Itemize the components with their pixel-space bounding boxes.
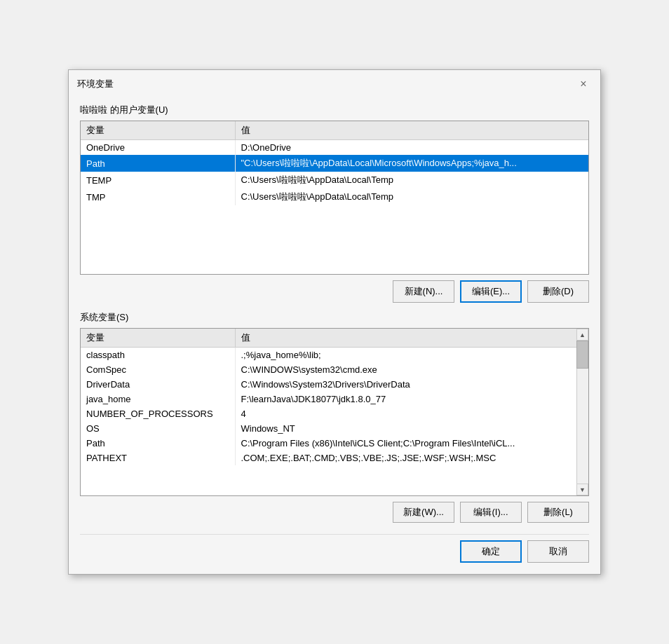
sys-table-content: 变量 值 classpath.;%java_home%\lib;ComSpecC… — [81, 329, 576, 465]
val-cell: 4 — [235, 406, 576, 421]
table-row[interactable]: ComSpecC:\WINDOWS\system32\cmd.exe — [81, 362, 576, 377]
var-cell: ComSpec — [81, 362, 235, 377]
sys-variables-section: 系统变量(S) 变量 值 — [80, 311, 589, 523]
sys-vars-table-container[interactable]: 变量 值 classpath.;%java_home%\lib;ComSpecC… — [80, 328, 589, 496]
sys-vars-col-val: 值 — [235, 329, 576, 348]
val-cell: C:\Windows\System32\Drivers\DriverData — [235, 377, 576, 392]
val-cell: Windows_NT — [235, 421, 576, 436]
table-row[interactable]: TEMPC:\Users\啦啦啦\AppData\Local\Temp — [81, 172, 588, 189]
table-row[interactable]: TMPC:\Users\啦啦啦\AppData\Local\Temp — [81, 189, 588, 205]
var-cell: NUMBER_OF_PROCESSORS — [81, 406, 235, 421]
table-row[interactable]: OSWindows_NT — [81, 421, 576, 436]
environment-variables-dialog: 环境变量 × 啦啦啦 的用户变量(U) 变量 值 — [68, 69, 601, 575]
scrollbar-down-arrow[interactable]: ▼ — [576, 484, 588, 495]
val-cell: C:\Program Files (x86)\Intel\iCLS Client… — [235, 436, 576, 451]
footer-buttons: 确定 取消 — [80, 534, 589, 563]
val-cell: C:\Users\啦啦啦\AppData\Local\Temp — [235, 172, 588, 189]
val-cell: .COM;.EXE;.BAT;.CMD;.VBS;.VBE;.JS;.JSE;.… — [235, 451, 576, 465]
var-cell: TMP — [81, 189, 235, 205]
sys-vars-tbody: classpath.;%java_home%\lib;ComSpecC:\WIN… — [81, 348, 576, 466]
sys-vars-table: 变量 值 classpath.;%java_home%\lib;ComSpecC… — [81, 329, 576, 465]
title-bar: 环境变量 × — [69, 70, 600, 97]
close-button[interactable]: × — [575, 76, 592, 93]
val-cell: C:\WINDOWS\system32\cmd.exe — [235, 362, 576, 377]
user-vars-title: 啦啦啦 的用户变量(U) — [80, 104, 589, 116]
sys-vars-title: 系统变量(S) — [80, 311, 589, 324]
val-cell: C:\Users\啦啦啦\AppData\Local\Temp — [235, 189, 588, 205]
var-cell: java_home — [81, 392, 235, 406]
sys-vars-btn-row: 新建(W)... 编辑(I)... 删除(L) — [80, 502, 589, 523]
var-cell: OneDrive — [81, 140, 235, 156]
val-cell: .;%java_home%\lib; — [235, 348, 576, 363]
var-cell: classpath — [81, 348, 235, 363]
user-delete-button[interactable]: 删除(D) — [527, 280, 589, 303]
sys-vars-col-var: 变量 — [81, 329, 235, 348]
var-cell: DriverData — [81, 377, 235, 392]
dialog-title: 环境变量 — [77, 78, 114, 90]
sys-new-button[interactable]: 新建(W)... — [393, 502, 454, 523]
user-new-button[interactable]: 新建(N)... — [393, 280, 454, 303]
user-edit-button[interactable]: 编辑(E)... — [460, 280, 522, 303]
user-vars-table-container[interactable]: 变量 值 OneDriveD:\OneDrivePath"C:\Users\啦啦… — [80, 121, 589, 275]
user-vars-col-val: 值 — [235, 121, 588, 140]
user-vars-table: 变量 值 OneDriveD:\OneDrivePath"C:\Users\啦啦… — [81, 121, 588, 205]
user-vars-thead: 变量 值 — [81, 121, 588, 140]
val-cell: "C:\Users\啦啦啦\AppData\Local\Microsoft\Wi… — [235, 155, 588, 172]
var-cell: TEMP — [81, 172, 235, 189]
table-row[interactable]: Path"C:\Users\啦啦啦\AppData\Local\Microsof… — [81, 155, 588, 172]
sys-vars-thead: 变量 值 — [81, 329, 576, 348]
var-cell: PATHEXT — [81, 451, 235, 465]
user-vars-col-var: 变量 — [81, 121, 235, 140]
cancel-button[interactable]: 取消 — [527, 540, 589, 563]
var-cell: Path — [81, 155, 235, 172]
table-row[interactable]: java_homeF:\learnJava\JDK18077\jdk1.8.0_… — [81, 392, 576, 406]
var-cell: Path — [81, 436, 235, 451]
table-row[interactable]: OneDriveD:\OneDrive — [81, 140, 588, 156]
table-row[interactable]: NUMBER_OF_PROCESSORS4 — [81, 406, 576, 421]
table-row[interactable]: DriverDataC:\Windows\System32\Drivers\Dr… — [81, 377, 576, 392]
user-variables-section: 啦啦啦 的用户变量(U) 变量 值 OneDriveD:\OneDrivePa — [80, 104, 589, 303]
scrollbar-up-arrow[interactable]: ▲ — [576, 329, 588, 341]
user-vars-tbody: OneDriveD:\OneDrivePath"C:\Users\啦啦啦\App… — [81, 140, 588, 206]
val-cell: D:\OneDrive — [235, 140, 588, 156]
user-vars-btn-row: 新建(N)... 编辑(E)... 删除(D) — [80, 280, 589, 303]
sys-delete-button[interactable]: 删除(L) — [527, 502, 589, 523]
table-row[interactable]: PATHEXT.COM;.EXE;.BAT;.CMD;.VBS;.VBE;.JS… — [81, 451, 576, 465]
scrollbar-thumb[interactable] — [576, 341, 588, 369]
val-cell: F:\learnJava\JDK18077\jdk1.8.0_77 — [235, 392, 576, 406]
sys-edit-button[interactable]: 编辑(I)... — [460, 502, 522, 523]
var-cell: OS — [81, 421, 235, 436]
table-row[interactable]: classpath.;%java_home%\lib; — [81, 348, 576, 363]
ok-button[interactable]: 确定 — [460, 540, 522, 563]
scrollbar-track[interactable]: ▲ ▼ — [576, 329, 588, 495]
table-row[interactable]: PathC:\Program Files (x86)\Intel\iCLS Cl… — [81, 436, 576, 451]
dialog-body: 啦啦啦 的用户变量(U) 变量 值 OneDriveD:\OneDrivePa — [69, 97, 600, 574]
